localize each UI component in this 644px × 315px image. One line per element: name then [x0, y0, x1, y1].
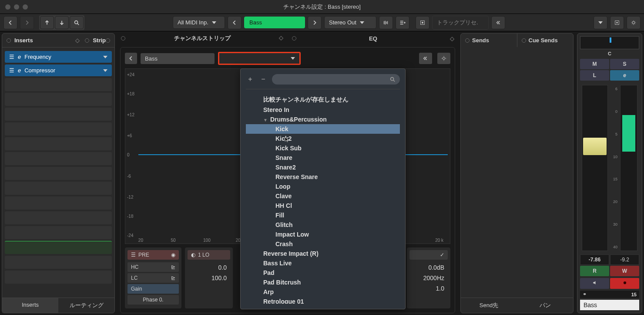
insert-bypass-icon[interactable]: ☰ — [9, 67, 14, 74]
eq-compare-select[interactable] — [218, 52, 301, 65]
sends-footer-send[interactable]: Send先 — [461, 298, 517, 313]
eq-back-button[interactable] — [125, 53, 137, 64]
pan-control[interactable] — [580, 36, 639, 49]
dropdown-item[interactable]: Fill — [246, 210, 400, 220]
peak-db-value[interactable]: -9.2 — [610, 254, 639, 265]
eq-channel-name[interactable]: Bass — [141, 53, 215, 64]
band-power-icon[interactable]: ◐ — [191, 252, 195, 258]
dropdown-item[interactable]: Clave — [246, 191, 400, 201]
expand-all-button[interactable]: + — [246, 75, 255, 84]
insert-slot-compressor[interactable]: ☰ e Compressor — [5, 64, 112, 76]
tab-channel-strip[interactable]: チャンネルストリップ ◇ — [117, 32, 288, 45]
tab-menu-icon[interactable]: ◇ — [279, 34, 283, 41]
edit-button[interactable]: e — [610, 70, 639, 81]
mute-button[interactable]: M — [580, 59, 609, 69]
insert-slot-empty[interactable] — [5, 167, 112, 180]
band-right-q[interactable]: 1.0 — [409, 283, 448, 294]
tab-eq[interactable]: EQ ◇ — [288, 33, 459, 44]
close-window-icon[interactable] — [5, 4, 10, 10]
pre-header[interactable]: ☰ PRE ◉ — [127, 250, 179, 260]
strip-dot-icon[interactable] — [106, 38, 110, 43]
insert-slot-empty[interactable] — [5, 122, 112, 135]
gain-row[interactable]: Gain — [127, 284, 179, 294]
dropdown-item[interactable]: Pad — [246, 268, 400, 278]
sends-tab[interactable]: Sends — [461, 34, 517, 47]
dropdown-button[interactable] — [594, 16, 607, 29]
record-enable-button[interactable] — [610, 278, 639, 289]
nav-forward-button[interactable] — [20, 16, 34, 29]
insert-bypass-icon[interactable]: ☰ — [9, 54, 14, 60]
tab-inserts[interactable]: Inserts — [2, 298, 58, 313]
output-select[interactable]: Stereo Out — [324, 16, 376, 29]
band1-freq[interactable]: 100.0 — [188, 273, 230, 283]
minimize-window-icon[interactable] — [14, 4, 19, 10]
tab-menu-icon[interactable]: ◇ — [450, 35, 454, 42]
output-chain-button[interactable] — [396, 16, 409, 29]
insert-slot-empty[interactable] — [5, 182, 112, 195]
midi-input-select[interactable]: All MIDI Inp. — [173, 16, 225, 29]
insert-slot-empty[interactable] — [5, 93, 112, 106]
dropdown-item[interactable]: Kick — [246, 124, 400, 134]
insert-slot-empty[interactable] — [5, 152, 112, 165]
phase-row[interactable]: Phase 0. — [127, 295, 179, 305]
insert-slot-empty[interactable] — [5, 108, 112, 121]
band-right-gain[interactable]: 0.0dB — [409, 262, 448, 273]
dropdown-item[interactable]: Kick2 — [246, 134, 400, 143]
track-preset-select[interactable]: トラックプリセ. — [432, 16, 489, 30]
dropdown-item[interactable]: Reverse Impact (R) — [246, 249, 400, 258]
insert-edit-icon[interactable]: e — [18, 54, 21, 60]
dropdown-item[interactable]: Arp — [246, 287, 400, 297]
collapse-all-button[interactable]: − — [259, 75, 268, 84]
insert-slot-empty[interactable] — [5, 256, 112, 269]
listen-button[interactable]: L — [580, 70, 609, 81]
insert-slot-empty[interactable] — [5, 211, 112, 224]
search-button[interactable] — [70, 16, 84, 29]
inserts-menu-icon[interactable]: ◇ — [75, 37, 80, 44]
fader-handle[interactable] — [583, 138, 607, 155]
nav-back-button[interactable] — [3, 16, 17, 29]
functions-button[interactable] — [610, 16, 624, 29]
insert-slot-empty[interactable] — [5, 271, 112, 284]
dropdown-item[interactable]: Crash — [246, 239, 400, 249]
dropdown-item[interactable]: Impact Low — [246, 230, 400, 239]
settings-button[interactable] — [627, 16, 641, 29]
preset-prev-button[interactable] — [416, 16, 429, 29]
dropdown-item[interactable]: Retrologue 01 — [246, 297, 400, 304]
write-automation-button[interactable]: W — [610, 266, 639, 276]
band1-header[interactable]: ◐ 1 LO — [188, 250, 230, 260]
dropdown-item[interactable]: HH Cl — [246, 201, 400, 210]
dropdown-item[interactable]: Loop — [246, 182, 400, 191]
preset-rewind-button[interactable] — [491, 16, 505, 29]
output-arrow-button[interactable] — [308, 16, 322, 29]
insert-slot-empty[interactable] — [5, 226, 112, 239]
fader-db-value[interactable]: -7.86 — [580, 254, 609, 265]
dropdown-item[interactable]: Snare — [246, 153, 400, 163]
cue-sends-tab[interactable]: Cue Sends — [517, 34, 574, 47]
maximize-window-icon[interactable] — [23, 4, 28, 10]
link-icon[interactable]: ⚭ — [583, 291, 587, 297]
input-arrow-button[interactable] — [228, 16, 242, 29]
dropdown-item[interactable]: Pad Bitcrush — [246, 278, 400, 287]
fader-track[interactable] — [582, 85, 608, 251]
dropdown-item[interactable]: Glitch — [246, 220, 400, 230]
lc-row[interactable]: LC⊵ — [127, 273, 179, 283]
insert-slot-empty[interactable] — [5, 241, 112, 254]
solo-button[interactable]: S — [610, 59, 639, 69]
track-name-display[interactable]: Bass — [244, 17, 305, 28]
chevron-down-icon[interactable] — [103, 56, 107, 58]
insert-slot-empty[interactable] — [5, 78, 112, 91]
dropdown-search-input[interactable] — [272, 74, 400, 85]
eq-reset-button[interactable] — [419, 53, 432, 64]
dropdown-item[interactable]: Snare2 — [246, 163, 400, 172]
dropdown-item[interactable]: Reverse Snare — [246, 172, 400, 182]
insert-slot-empty[interactable] — [5, 196, 112, 210]
nav-up-button[interactable] — [40, 16, 54, 29]
fader-track-name[interactable]: Bass — [580, 300, 639, 310]
band-right-header[interactable]: ✓ — [409, 250, 448, 260]
band1-gain[interactable]: 0.0 — [188, 262, 230, 273]
tab-routing[interactable]: ルーティング — [58, 298, 114, 313]
dropdown-item[interactable]: Kick Sub — [246, 143, 400, 153]
nav-down-button[interactable] — [55, 16, 69, 29]
hc-row[interactable]: HC⊵ — [127, 262, 179, 272]
insert-edit-icon[interactable]: e — [18, 67, 21, 74]
